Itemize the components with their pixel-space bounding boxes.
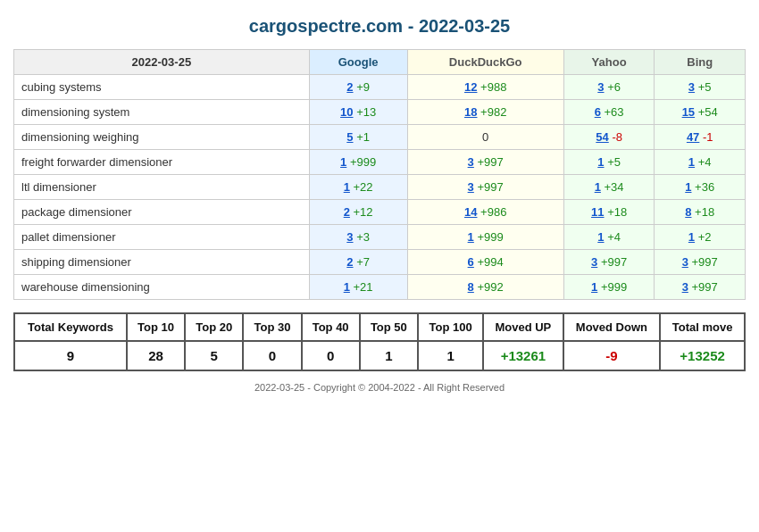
table-row: dimensioning system10 +1318 +9826 +6315 …: [14, 100, 746, 125]
rank-change: +7: [354, 255, 370, 269]
rank-cell: 47 -1: [655, 125, 746, 150]
summary-header-total-keywords: Total Keywords: [14, 313, 127, 341]
rank-cell: 54 -8: [563, 125, 655, 150]
header-ddg: DuckDuckGo: [407, 50, 563, 75]
keyword-cell: shipping dimensioner: [14, 250, 310, 275]
summary-val-top100: 1: [418, 341, 483, 370]
summary-header-top50: Top 50: [360, 313, 418, 341]
rank-change: +12: [350, 205, 373, 219]
rank-cell: 3 +997: [655, 250, 746, 275]
rank-cell: 1 +999: [309, 150, 407, 175]
rank-value: 47: [687, 130, 699, 144]
rank-change: +63: [601, 105, 624, 119]
rank-value: 1: [597, 230, 604, 244]
rank-value: 3: [682, 280, 688, 294]
rank-cell: 3 +6: [563, 75, 655, 100]
rank-value: 3: [688, 80, 695, 94]
rank-value: 3: [682, 255, 688, 269]
rank-change: +994: [474, 255, 504, 269]
rank-value: 2: [344, 205, 350, 219]
rank-change: +54: [695, 105, 718, 119]
rank-cell: 2 +12: [309, 200, 407, 225]
rank-change: +5: [605, 155, 621, 169]
rank-value: 1: [468, 230, 474, 244]
rank-cell: 2 +7: [309, 250, 407, 275]
rank-cell: 1 +34: [563, 175, 655, 200]
rank-change: +5: [695, 80, 711, 94]
rank-cell: 8 +992: [407, 275, 563, 300]
rank-cell: 3 +3: [309, 225, 407, 250]
rank-value: 6: [595, 105, 601, 119]
rank-change: +997: [474, 155, 504, 169]
rank-cell: 3 +5: [655, 75, 746, 100]
rank-cell: 0: [407, 125, 563, 150]
keyword-cell: freight forwarder dimensioner: [14, 150, 310, 175]
rank-value: 11: [591, 205, 604, 219]
table-row: dimensioning weighing5 +1054 -847 -1: [14, 125, 746, 150]
rank-change: +9: [354, 80, 370, 94]
summary-val-top50: 1: [360, 341, 418, 370]
rank-cell: 3 +997: [407, 150, 563, 175]
rank-value: 3: [468, 155, 474, 169]
rank-change: +997: [688, 280, 718, 294]
rank-cell: 6 +994: [407, 250, 563, 275]
rank-value: 1: [597, 155, 604, 169]
rank-change: +999: [346, 155, 376, 169]
rank-change: +988: [477, 80, 506, 94]
table-row: pallet dimensioner3 +31 +9991 +41 +2: [14, 225, 746, 250]
rank-cell: 12 +988: [407, 75, 563, 100]
rank-cell: 1 +21: [309, 275, 407, 300]
rank-cell: 2 +9: [309, 75, 407, 100]
rank-cell: 3 +997: [655, 275, 746, 300]
rank-change: +34: [601, 180, 624, 194]
rank-change: +999: [597, 280, 627, 294]
rank-cell: 1 +4: [655, 150, 746, 175]
summary-val-top30: 0: [243, 341, 301, 370]
keyword-cell: ltl dimensioner: [14, 175, 310, 200]
table-row: cubing systems2 +912 +9883 +63 +5: [14, 75, 746, 100]
rank-cell: 1 +999: [563, 275, 655, 300]
rank-cell: 1 +2: [655, 225, 746, 250]
summary-val-top20: 5: [185, 341, 243, 370]
rank-value: 2: [346, 80, 353, 94]
header-date: 2022-03-25: [14, 50, 310, 75]
rank-change: +1: [354, 130, 370, 144]
rank-cell: 1 +999: [407, 225, 563, 250]
rank-change: +4: [605, 230, 621, 244]
rank-change: -1: [699, 130, 713, 144]
rank-change: +997: [474, 180, 504, 194]
table-row: freight forwarder dimensioner1 +9993 +99…: [14, 150, 746, 175]
header-yahoo: Yahoo: [563, 50, 655, 75]
footer: 2022-03-25 - Copyright © 2004-2022 - All…: [0, 371, 759, 400]
rankings-table: 2022-03-25 Google DuckDuckGo Yahoo Bing …: [13, 49, 746, 300]
rank-value: 1: [344, 280, 350, 294]
rank-value: 3: [346, 230, 353, 244]
rank-cell: 14 +986: [407, 200, 563, 225]
rank-cell: 6 +63: [563, 100, 655, 125]
rank-change: +4: [695, 155, 711, 169]
rank-cell: 1 +4: [563, 225, 655, 250]
rank-value: 12: [464, 80, 477, 94]
rank-change: +999: [474, 230, 504, 244]
rank-cell: 1 +22: [309, 175, 407, 200]
table-row: ltl dimensioner1 +223 +9971 +341 +36: [14, 175, 746, 200]
rank-value: 1: [688, 155, 695, 169]
summary-table: Total Keywords Top 10 Top 20 Top 30 Top …: [13, 312, 746, 371]
rank-change: +18: [691, 205, 714, 219]
rank-cell: 11 +18: [563, 200, 655, 225]
summary-val-moved-down: -9: [563, 341, 661, 370]
rank-cell: 1 +36: [655, 175, 746, 200]
rank-change: +982: [477, 105, 506, 119]
table-row: package dimensioner2 +1214 +98611 +188 +…: [14, 200, 746, 225]
summary-header-top30: Top 30: [243, 313, 301, 341]
rank-cell: 18 +982: [407, 100, 563, 125]
summary-header-moved-down: Moved Down: [563, 313, 661, 341]
summary-header-top100: Top 100: [418, 313, 483, 341]
keyword-cell: pallet dimensioner: [14, 225, 310, 250]
page-title: cargospectre.com - 2022-03-25: [0, 0, 759, 49]
rank-cell: 1 +5: [563, 150, 655, 175]
rank-value: 1: [595, 180, 601, 194]
keyword-cell: package dimensioner: [14, 200, 310, 225]
summary-val-top10: 28: [127, 341, 185, 370]
rank-change: +997: [597, 255, 627, 269]
